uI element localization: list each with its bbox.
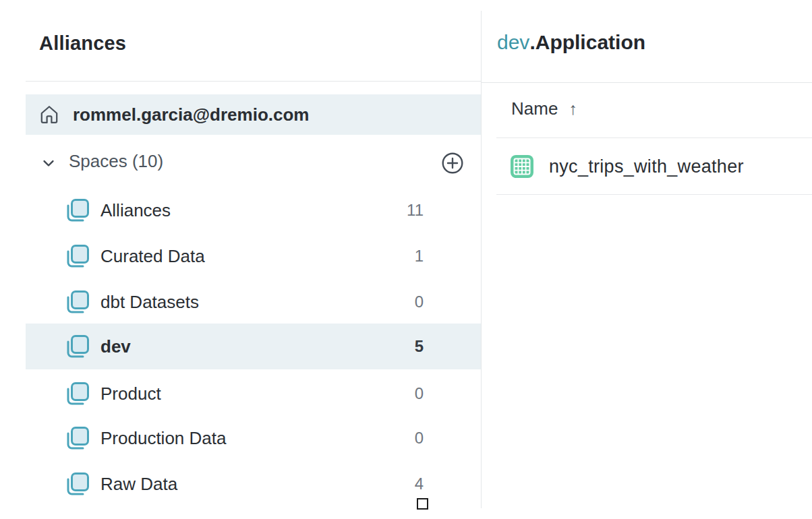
space-row-dev[interactable]: dev 5 — [26, 324, 481, 369]
sort-ascending-icon: ↑ — [569, 99, 577, 119]
home-icon — [38, 103, 61, 126]
space-icon — [64, 243, 89, 270]
dataset-row[interactable]: nyc_trips_with_weather — [496, 139, 812, 194]
space-icon — [64, 288, 89, 316]
space-row-curated-data[interactable]: Curated Data 1 — [26, 233, 481, 279]
breadcrumb-current: Application — [535, 31, 645, 53]
header-divider — [496, 138, 812, 138]
space-icon — [64, 197, 89, 224]
space-row-production-data[interactable]: Production Data 0 — [26, 415, 481, 461]
artifact-square — [417, 498, 428, 510]
row-divider — [496, 194, 812, 195]
add-space-button[interactable] — [440, 150, 465, 176]
space-name: Raw Data — [100, 474, 177, 495]
space-name: dbt Datasets — [100, 292, 199, 313]
space-count: 4 — [390, 475, 424, 493]
main-panel: dev.Application Name ↑ nyc_trips_with_we… — [482, 0, 812, 519]
sidebar: Alliances rommel.garcia@dremio.com Space… — [0, 0, 481, 519]
dataset-table-icon — [510, 154, 534, 179]
space-name: Alliances — [100, 200, 171, 221]
space-name: Production Data — [100, 428, 226, 449]
breadcrumb-parent-link[interactable]: dev — [497, 31, 529, 53]
space-count: 1 — [390, 247, 424, 266]
space-name: Product — [100, 384, 161, 404]
column-header-name[interactable]: Name ↑ — [511, 98, 577, 119]
dremio-catalog-screen: Alliances rommel.garcia@dremio.com Space… — [0, 0, 812, 519]
space-icon — [64, 380, 89, 408]
sidebar-title: Alliances — [39, 32, 126, 55]
chevron-down-icon[interactable] — [39, 154, 58, 173]
title-divider — [482, 82, 812, 83]
space-row-raw-data[interactable]: Raw Data 4 — [26, 461, 481, 507]
space-row-alliances[interactable]: Alliances 11 — [26, 187, 481, 233]
home-space-label: rommel.garcia@dremio.com — [73, 104, 309, 125]
space-icon — [64, 425, 89, 452]
home-space-row[interactable]: rommel.garcia@dremio.com — [26, 94, 481, 135]
breadcrumb: dev.Application — [497, 31, 645, 54]
space-row-product[interactable]: Product 0 — [26, 371, 481, 417]
space-row-dbt-datasets[interactable]: dbt Datasets 0 — [26, 279, 481, 325]
space-icon — [64, 333, 89, 361]
space-count: 0 — [390, 384, 424, 403]
space-count: 0 — [390, 293, 424, 311]
space-name: dev — [100, 336, 131, 357]
space-count: 11 — [390, 201, 424, 220]
space-icon — [64, 470, 89, 498]
space-name: Curated Data — [100, 246, 205, 267]
breadcrumb-separator: . — [529, 31, 535, 53]
spaces-header: Spaces (10) — [26, 150, 481, 177]
space-count: 5 — [390, 337, 424, 356]
column-header-label: Name — [511, 98, 558, 119]
space-count: 0 — [390, 429, 424, 448]
sidebar-divider — [26, 81, 481, 82]
spaces-header-label: Spaces (10) — [69, 151, 163, 172]
dataset-name: nyc_trips_with_weather — [549, 156, 744, 177]
